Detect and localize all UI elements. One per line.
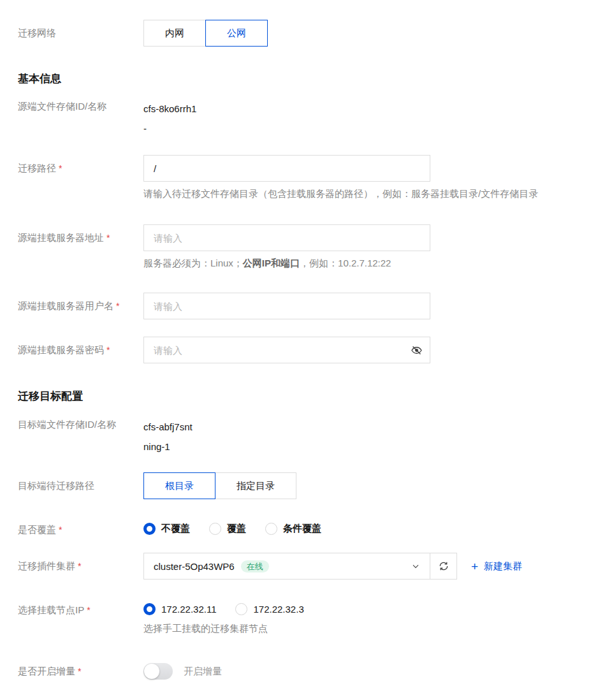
source-fs-name: -: [143, 119, 598, 138]
radio-unselected-icon: [209, 523, 221, 535]
required-asterisk: *: [87, 605, 90, 615]
required-asterisk: *: [78, 666, 81, 676]
cluster-select[interactable]: cluster-5Op43WP6 在线: [143, 553, 430, 580]
row-server-user: 源端挂载服务器用户名*: [0, 293, 598, 319]
target-path-label: 目标端待迁移路径: [0, 472, 143, 499]
refresh-button[interactable]: [430, 553, 457, 580]
target-fs-name: ning-1: [143, 437, 598, 456]
server-user-input[interactable]: [143, 293, 430, 319]
radio-conditional-overwrite[interactable]: 条件覆盖: [265, 523, 321, 535]
target-fs-label: 目标端文件存储ID/名称: [0, 417, 143, 431]
network-segmented-control: 内网 公网: [143, 20, 268, 47]
radio-selected-icon: [143, 523, 156, 535]
radio-overwrite[interactable]: 覆盖: [209, 523, 246, 535]
incremental-toggle-label: 开启增量: [184, 666, 222, 678]
radio-unselected-icon: [235, 603, 247, 615]
source-fs-id: cfs-8ko6rrh1: [143, 99, 598, 119]
radio-unselected-icon: [265, 523, 277, 535]
radio-no-overwrite[interactable]: 不覆盖: [143, 523, 190, 535]
network-option-public[interactable]: 公网: [205, 20, 268, 47]
refresh-icon: [438, 560, 449, 572]
source-fs-label: 源端文件存储ID/名称: [0, 99, 143, 113]
network-option-intranet[interactable]: 内网: [143, 20, 206, 47]
cluster-select-value: cluster-5Op43WP6: [154, 561, 235, 572]
migration-network-label: 迁移网络: [0, 20, 143, 47]
row-node-ip: 选择挂载节点IP* 172.22.32.11 172.22.32.3 选择手工挂…: [0, 603, 598, 635]
section-title-basic-info: 基本信息: [18, 71, 61, 86]
row-incremental: 是否开启增量* 开启增量: [0, 663, 598, 680]
server-addr-hint: 服务器必须为：Linux；公网IP和端口，例如：10.2.7.12:22: [143, 258, 598, 270]
server-user-label: 源端挂载服务器用户名: [18, 300, 113, 311]
create-cluster-button[interactable]: + 新建集群: [471, 560, 522, 572]
incremental-label: 是否开启增量: [18, 666, 75, 676]
section-title-target-config: 迁移目标配置: [18, 389, 83, 404]
row-overwrite: 是否覆盖* 不覆盖 覆盖 条件覆盖: [0, 523, 598, 537]
required-asterisk: *: [116, 301, 119, 311]
eye-off-icon[interactable]: [411, 344, 423, 356]
row-server-pass: 源端挂载服务器密码*: [0, 337, 598, 363]
plus-icon: +: [471, 560, 478, 572]
migration-path-input[interactable]: [143, 155, 430, 182]
target-path-option-specified[interactable]: 指定目录: [215, 472, 296, 499]
radio-node-ip-2[interactable]: 172.22.32.3: [235, 603, 303, 615]
migration-config-form: 迁移网络 内网 公网 基本信息 源端文件存储ID/名称 cfs-8ko6rrh1…: [0, 0, 598, 700]
cluster-status-badge: 在线: [241, 560, 269, 572]
required-asterisk: *: [78, 561, 81, 571]
chevron-down-icon: [411, 561, 421, 571]
row-source-fs: 源端文件存储ID/名称 cfs-8ko6rrh1 -: [0, 99, 598, 138]
target-path-segmented-control: 根目录 指定目录: [143, 472, 296, 499]
radio-node-ip-1[interactable]: 172.22.32.11: [143, 603, 216, 615]
required-asterisk: *: [106, 233, 110, 243]
required-asterisk: *: [59, 525, 62, 535]
row-target-path: 目标端待迁移路径 根目录 指定目录: [0, 472, 598, 499]
target-fs-id: cfs-abfj7snt: [143, 417, 598, 437]
create-cluster-label: 新建集群: [484, 560, 522, 572]
row-target-fs: 目标端文件存储ID/名称 cfs-abfj7snt ning-1: [0, 417, 598, 456]
server-pass-input[interactable]: [143, 337, 430, 363]
required-asterisk: *: [59, 163, 62, 173]
row-plugin-cluster: 迁移插件集群* cluster-5Op43WP6 在线: [0, 553, 598, 580]
row-migration-path: 迁移路径* 请输入待迁移文件存储目录（包含挂载服务器的路径），例如：服务器挂载目…: [0, 155, 598, 200]
toggle-knob: [144, 664, 159, 679]
overwrite-radio-group: 不覆盖 覆盖 条件覆盖: [143, 523, 598, 535]
row-server-addr: 源端挂载服务器地址* 服务器必须为：Linux；公网IP和端口，例如：10.2.…: [0, 224, 598, 270]
server-addr-input[interactable]: [143, 224, 430, 251]
server-pass-label: 源端挂载服务器密码: [18, 344, 104, 355]
migration-path-label: 迁移路径: [18, 163, 56, 173]
row-migration-network: 迁移网络 内网 公网: [0, 20, 598, 47]
node-ip-label: 选择挂载节点IP: [18, 604, 84, 615]
overwrite-label: 是否覆盖: [18, 524, 56, 535]
incremental-toggle[interactable]: [143, 663, 173, 680]
cluster-label: 迁移插件集群: [18, 560, 75, 571]
node-ip-radio-group: 172.22.32.11 172.22.32.3: [143, 603, 598, 615]
target-path-option-root[interactable]: 根目录: [143, 472, 215, 499]
radio-selected-icon: [143, 603, 156, 615]
migration-path-hint: 请输入待迁移文件存储目录（包含挂载服务器的路径），例如：服务器挂载目录/文件存储…: [143, 188, 598, 200]
server-addr-label: 源端挂载服务器地址: [18, 232, 104, 243]
node-ip-hint: 选择手工挂载的迁移集群节点: [143, 623, 598, 635]
required-asterisk: *: [106, 345, 110, 355]
